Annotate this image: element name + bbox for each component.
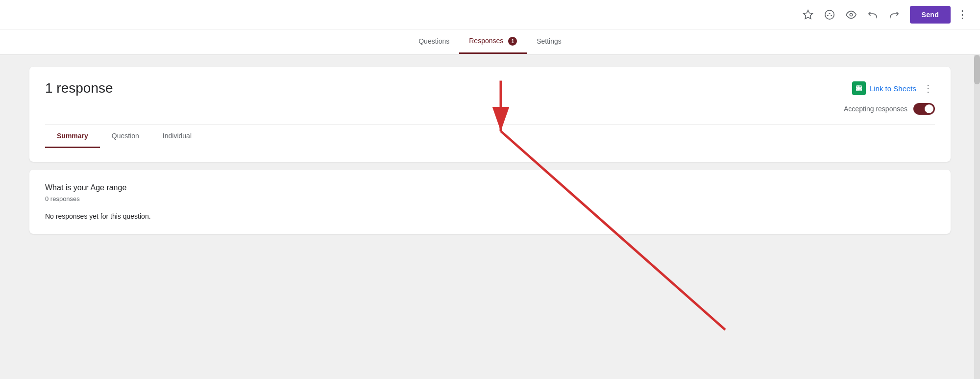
star-icon [803, 9, 813, 20]
tabs-row: Questions Responses 1 Settings [0, 29, 980, 55]
link-to-sheets-label: Link to Sheets [870, 84, 916, 93]
top-bar-actions: Send ⋮ [798, 5, 972, 25]
accepting-label: Accepting responses [844, 105, 907, 113]
responses-card: 1 response [29, 67, 951, 162]
sub-tabs: Summary Question Individual [45, 125, 935, 148]
question-response-count: 0 responses [45, 195, 935, 202]
preview-button[interactable] [841, 5, 861, 25]
sheets-icon [852, 81, 866, 95]
main-content: 1 response [0, 55, 980, 379]
svg-point-1 [825, 10, 833, 19]
redo-icon [889, 9, 900, 20]
header-right: Link to Sheets ⋮ Accepting responses [844, 80, 935, 115]
sub-tab-question[interactable]: Question [100, 125, 151, 148]
sub-tab-individual[interactable]: Individual [151, 125, 203, 148]
responses-header: 1 response [45, 80, 935, 115]
palette-button[interactable] [820, 5, 839, 25]
undo-icon [867, 9, 878, 20]
tab-responses[interactable]: Responses 1 [459, 30, 527, 54]
redo-button[interactable] [884, 5, 904, 25]
eye-icon [846, 9, 857, 20]
palette-icon [824, 9, 835, 20]
accepting-responses-row: Accepting responses [844, 103, 935, 115]
responses-badge: 1 [508, 37, 517, 46]
link-to-sheets-button[interactable]: Link to Sheets [852, 81, 916, 95]
undo-button[interactable] [863, 5, 882, 25]
toggle-thumb [925, 104, 933, 113]
svg-marker-0 [803, 10, 812, 18]
tab-settings[interactable]: Settings [527, 30, 571, 53]
svg-point-5 [850, 13, 853, 16]
question-card: What is your Age range 0 responses No re… [29, 170, 951, 234]
accepting-toggle[interactable] [913, 103, 935, 115]
send-button[interactable]: Send [910, 6, 951, 24]
more-options-button[interactable]: ⋮ [953, 5, 972, 25]
scrollbar[interactable] [974, 55, 980, 379]
svg-point-4 [831, 15, 832, 16]
response-count: 1 response [45, 80, 113, 96]
no-responses-text: No responses yet for this question. [45, 212, 935, 220]
link-sheets-row: Link to Sheets ⋮ [852, 80, 935, 96]
svg-point-2 [827, 15, 829, 16]
sub-tab-summary[interactable]: Summary [45, 125, 100, 148]
top-bar: Send ⋮ [0, 0, 980, 29]
scrollbar-thumb[interactable] [974, 55, 980, 84]
question-title: What is your Age range [45, 183, 935, 192]
svg-point-3 [829, 12, 830, 14]
more-vert-icon[interactable]: ⋮ [921, 80, 935, 96]
tab-questions[interactable]: Questions [409, 30, 459, 53]
star-button[interactable] [798, 5, 818, 25]
